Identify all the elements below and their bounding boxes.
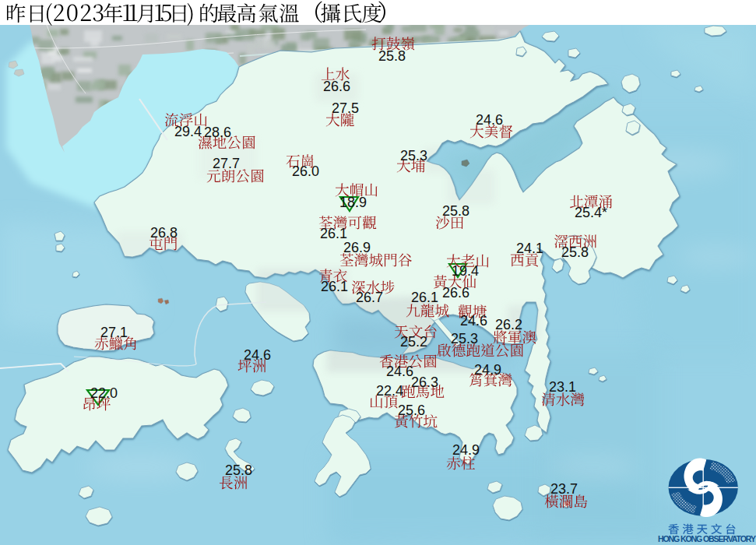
svg-text:25.3: 25.3 (451, 331, 478, 346)
svg-text:26.0: 26.0 (292, 164, 319, 179)
svg-text:27.7: 27.7 (213, 156, 240, 171)
svg-text:24.1: 24.1 (516, 241, 543, 256)
svg-text:25.4*: 25.4* (575, 205, 607, 220)
svg-text:26.7: 26.7 (356, 290, 383, 305)
svg-text:26.1: 26.1 (411, 290, 438, 305)
svg-text:24.9: 24.9 (452, 442, 480, 458)
svg-text:25.3: 25.3 (400, 148, 427, 164)
svg-text:18.9: 18.9 (339, 195, 367, 210)
svg-text:26.3: 26.3 (411, 374, 438, 390)
svg-text:28.6: 28.6 (204, 125, 231, 140)
svg-text:26.6: 26.6 (442, 285, 469, 301)
svg-text:24.6: 24.6 (460, 313, 487, 329)
svg-text:29.4: 29.4 (174, 124, 202, 139)
svg-text:25.2: 25.2 (400, 334, 427, 350)
svg-text:25.8: 25.8 (442, 203, 469, 219)
svg-text:23.1: 23.1 (549, 379, 576, 395)
svg-text:HONG KONG OBSERVATORY: HONG KONG OBSERVATORY (658, 534, 756, 543)
svg-text:26.6: 26.6 (323, 79, 350, 94)
svg-text:26.1: 26.1 (321, 279, 348, 294)
svg-text:23.7: 23.7 (550, 481, 578, 497)
svg-text:25.8: 25.8 (561, 244, 589, 260)
svg-text:24.6: 24.6 (386, 364, 413, 379)
svg-text:27.1: 27.1 (100, 325, 128, 340)
svg-text:22.0: 22.0 (90, 385, 118, 401)
svg-text:25.8: 25.8 (378, 48, 406, 64)
svg-text:26.9: 26.9 (343, 240, 371, 255)
svg-text:24.9: 24.9 (474, 362, 501, 378)
svg-text:24.6: 24.6 (476, 112, 503, 128)
svg-text:22.4: 22.4 (376, 383, 403, 399)
svg-text:19.4: 19.4 (452, 263, 479, 279)
svg-text:25.8: 25.8 (225, 462, 252, 478)
svg-text:26.8: 26.8 (150, 225, 178, 241)
svg-text:26.1: 26.1 (320, 226, 347, 241)
svg-text:27.5: 27.5 (332, 100, 359, 116)
svg-text:24.6: 24.6 (244, 347, 271, 363)
svg-text:26.2: 26.2 (495, 317, 522, 332)
svg-text:25.6: 25.6 (398, 403, 425, 418)
